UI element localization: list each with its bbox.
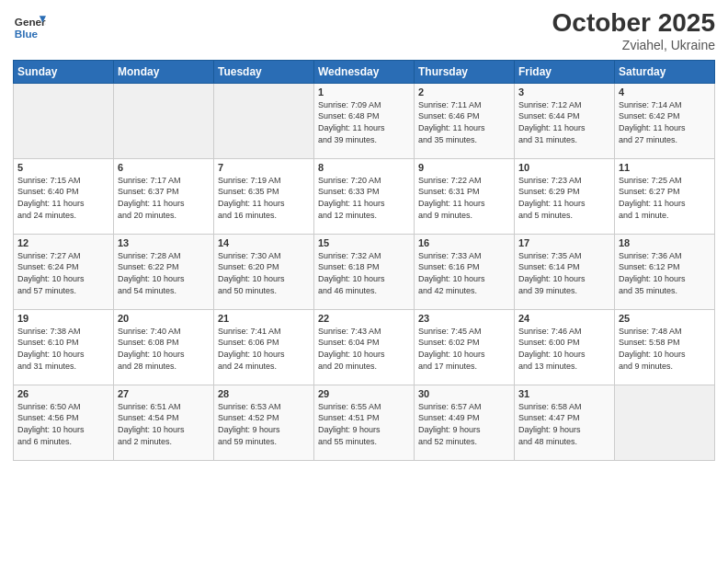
day-info: Sunrise: 6:53 AM Sunset: 4:52 PM Dayligh…	[218, 401, 310, 447]
day-info: Sunrise: 6:58 AM Sunset: 4:47 PM Dayligh…	[518, 401, 610, 447]
day-number: 11	[619, 162, 711, 173]
day-number: 2	[418, 86, 510, 98]
calendar-cell-4-3: 29Sunrise: 6:55 AM Sunset: 4:51 PM Dayli…	[314, 385, 415, 460]
day-info: Sunrise: 7:38 AM Sunset: 6:10 PM Dayligh…	[17, 326, 109, 372]
calendar-cell-0-6: 4Sunrise: 7:14 AM Sunset: 6:42 PM Daylig…	[615, 83, 715, 158]
day-info: Sunrise: 7:14 AM Sunset: 6:42 PM Dayligh…	[619, 99, 711, 145]
day-info: Sunrise: 7:41 AM Sunset: 6:06 PM Dayligh…	[218, 326, 310, 372]
page-header: General Blue October 2025 Zviahel, Ukrai…	[13, 9, 715, 52]
col-thursday: Thursday	[415, 60, 515, 83]
calendar-cell-1-5: 10Sunrise: 7:23 AM Sunset: 6:29 PM Dayli…	[515, 158, 615, 234]
day-number: 20	[118, 313, 210, 324]
calendar-cell-1-4: 9Sunrise: 7:22 AM Sunset: 6:31 PM Daylig…	[415, 158, 515, 234]
day-number: 30	[418, 388, 510, 399]
day-number: 18	[619, 237, 711, 248]
calendar-cell-3-1: 20Sunrise: 7:40 AM Sunset: 6:08 PM Dayli…	[114, 309, 214, 385]
col-friday: Friday	[515, 60, 615, 83]
day-info: Sunrise: 7:27 AM Sunset: 6:24 PM Dayligh…	[17, 250, 109, 296]
day-number: 5	[17, 162, 109, 173]
day-number: 1	[318, 86, 410, 98]
day-info: Sunrise: 7:09 AM Sunset: 6:48 PM Dayligh…	[318, 99, 410, 145]
day-number: 27	[118, 388, 210, 399]
calendar-cell-2-1: 13Sunrise: 7:28 AM Sunset: 6:22 PM Dayli…	[114, 234, 214, 309]
day-number: 28	[218, 388, 310, 399]
col-tuesday: Tuesday	[214, 60, 314, 83]
calendar-cell-0-5: 3Sunrise: 7:12 AM Sunset: 6:44 PM Daylig…	[515, 83, 615, 158]
calendar-cell-0-4: 2Sunrise: 7:11 AM Sunset: 6:46 PM Daylig…	[415, 83, 515, 158]
calendar-cell-1-2: 7Sunrise: 7:19 AM Sunset: 6:35 PM Daylig…	[214, 158, 314, 234]
calendar-table: Sunday Monday Tuesday Wednesday Thursday…	[13, 60, 715, 461]
calendar-cell-1-6: 11Sunrise: 7:25 AM Sunset: 6:27 PM Dayli…	[615, 158, 715, 234]
calendar-cell-2-5: 17Sunrise: 7:35 AM Sunset: 6:14 PM Dayli…	[515, 234, 615, 309]
col-sunday: Sunday	[14, 60, 114, 83]
week-row-3: 12Sunrise: 7:27 AM Sunset: 6:24 PM Dayli…	[14, 234, 715, 309]
svg-text:Blue: Blue	[15, 28, 39, 40]
logo: General Blue	[13, 9, 46, 42]
day-number: 29	[318, 388, 410, 399]
week-row-2: 5Sunrise: 7:15 AM Sunset: 6:40 PM Daylig…	[14, 158, 715, 234]
day-info: Sunrise: 7:32 AM Sunset: 6:18 PM Dayligh…	[318, 250, 410, 296]
day-number: 14	[218, 237, 310, 248]
day-info: Sunrise: 7:35 AM Sunset: 6:14 PM Dayligh…	[518, 250, 610, 296]
day-number: 17	[518, 237, 610, 248]
calendar-cell-0-0	[14, 83, 114, 158]
day-info: Sunrise: 7:23 AM Sunset: 6:29 PM Dayligh…	[518, 175, 610, 221]
day-number: 19	[17, 313, 109, 324]
col-monday: Monday	[114, 60, 214, 83]
calendar-cell-1-3: 8Sunrise: 7:20 AM Sunset: 6:33 PM Daylig…	[314, 158, 415, 234]
day-info: Sunrise: 7:43 AM Sunset: 6:04 PM Dayligh…	[318, 326, 410, 372]
calendar-cell-4-2: 28Sunrise: 6:53 AM Sunset: 4:52 PM Dayli…	[214, 385, 314, 460]
day-number: 15	[318, 237, 410, 248]
day-number: 6	[118, 162, 210, 173]
day-number: 21	[218, 313, 310, 324]
day-number: 9	[418, 162, 510, 173]
col-wednesday: Wednesday	[314, 60, 415, 83]
day-info: Sunrise: 7:28 AM Sunset: 6:22 PM Dayligh…	[118, 250, 210, 296]
day-number: 4	[619, 86, 711, 98]
day-info: Sunrise: 7:45 AM Sunset: 6:02 PM Dayligh…	[418, 326, 510, 372]
day-number: 3	[518, 86, 610, 98]
day-number: 25	[619, 313, 711, 324]
location-subtitle: Zviahel, Ukraine	[552, 38, 715, 52]
calendar-cell-4-4: 30Sunrise: 6:57 AM Sunset: 4:49 PM Dayli…	[415, 385, 515, 460]
day-number: 26	[17, 388, 109, 399]
day-number: 13	[118, 237, 210, 248]
day-info: Sunrise: 7:48 AM Sunset: 5:58 PM Dayligh…	[619, 326, 711, 372]
col-saturday: Saturday	[615, 60, 715, 83]
week-row-5: 26Sunrise: 6:50 AM Sunset: 4:56 PM Dayli…	[14, 385, 715, 460]
day-info: Sunrise: 7:11 AM Sunset: 6:46 PM Dayligh…	[418, 99, 510, 145]
day-number: 24	[518, 313, 610, 324]
calendar-cell-4-6	[615, 385, 715, 460]
calendar-cell-3-6: 25Sunrise: 7:48 AM Sunset: 5:58 PM Dayli…	[615, 309, 715, 385]
week-row-4: 19Sunrise: 7:38 AM Sunset: 6:10 PM Dayli…	[14, 309, 715, 385]
day-number: 10	[518, 162, 610, 173]
week-row-1: 1Sunrise: 7:09 AM Sunset: 6:48 PM Daylig…	[14, 83, 715, 158]
day-number: 12	[17, 237, 109, 248]
calendar-cell-2-0: 12Sunrise: 7:27 AM Sunset: 6:24 PM Dayli…	[14, 234, 114, 309]
day-info: Sunrise: 6:50 AM Sunset: 4:56 PM Dayligh…	[17, 401, 109, 447]
calendar-cell-3-2: 21Sunrise: 7:41 AM Sunset: 6:06 PM Dayli…	[214, 309, 314, 385]
day-number: 8	[318, 162, 410, 173]
calendar-cell-1-1: 6Sunrise: 7:17 AM Sunset: 6:37 PM Daylig…	[114, 158, 214, 234]
calendar-cell-2-6: 18Sunrise: 7:36 AM Sunset: 6:12 PM Dayli…	[615, 234, 715, 309]
day-info: Sunrise: 7:46 AM Sunset: 6:00 PM Dayligh…	[518, 326, 610, 372]
calendar-cell-2-2: 14Sunrise: 7:30 AM Sunset: 6:20 PM Dayli…	[214, 234, 314, 309]
calendar-cell-3-5: 24Sunrise: 7:46 AM Sunset: 6:00 PM Dayli…	[515, 309, 615, 385]
month-title: October 2025	[552, 9, 715, 38]
calendar-cell-3-4: 23Sunrise: 7:45 AM Sunset: 6:02 PM Dayli…	[415, 309, 515, 385]
day-info: Sunrise: 7:36 AM Sunset: 6:12 PM Dayligh…	[619, 250, 711, 296]
title-block: October 2025 Zviahel, Ukraine	[552, 9, 715, 52]
day-info: Sunrise: 7:40 AM Sunset: 6:08 PM Dayligh…	[118, 326, 210, 372]
day-number: 22	[318, 313, 410, 324]
calendar-cell-3-0: 19Sunrise: 7:38 AM Sunset: 6:10 PM Dayli…	[14, 309, 114, 385]
day-info: Sunrise: 7:30 AM Sunset: 6:20 PM Dayligh…	[218, 250, 310, 296]
calendar-cell-0-2	[214, 83, 314, 158]
day-info: Sunrise: 6:57 AM Sunset: 4:49 PM Dayligh…	[418, 401, 510, 447]
day-info: Sunrise: 6:51 AM Sunset: 4:54 PM Dayligh…	[118, 401, 210, 447]
logo-icon: General Blue	[13, 9, 46, 42]
calendar-cell-4-5: 31Sunrise: 6:58 AM Sunset: 4:47 PM Dayli…	[515, 385, 615, 460]
day-info: Sunrise: 7:12 AM Sunset: 6:44 PM Dayligh…	[518, 99, 610, 145]
calendar-cell-4-1: 27Sunrise: 6:51 AM Sunset: 4:54 PM Dayli…	[114, 385, 214, 460]
day-info: Sunrise: 7:33 AM Sunset: 6:16 PM Dayligh…	[418, 250, 510, 296]
day-info: Sunrise: 7:20 AM Sunset: 6:33 PM Dayligh…	[318, 175, 410, 221]
